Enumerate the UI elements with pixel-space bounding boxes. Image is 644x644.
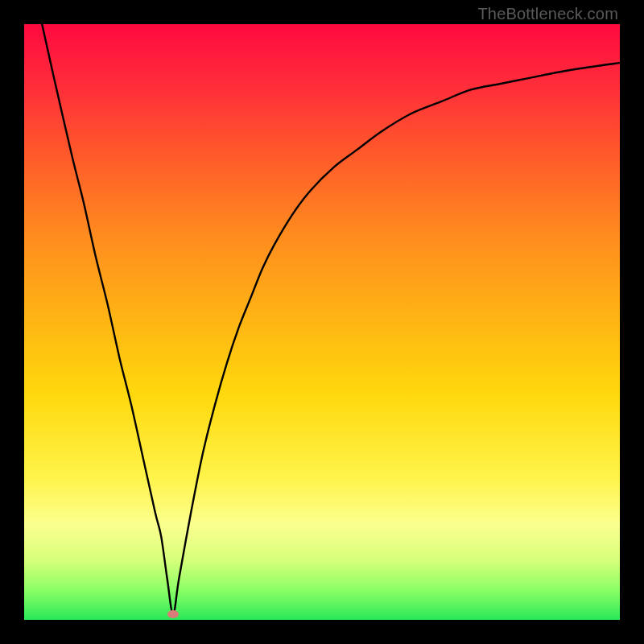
curve-layer <box>24 24 620 620</box>
chart-frame: TheBottleneck.com <box>0 0 644 644</box>
bottleneck-curve <box>42 24 620 614</box>
watermark-text: TheBottleneck.com <box>477 5 618 23</box>
plot-area <box>24 24 620 620</box>
minimum-marker <box>167 610 179 618</box>
